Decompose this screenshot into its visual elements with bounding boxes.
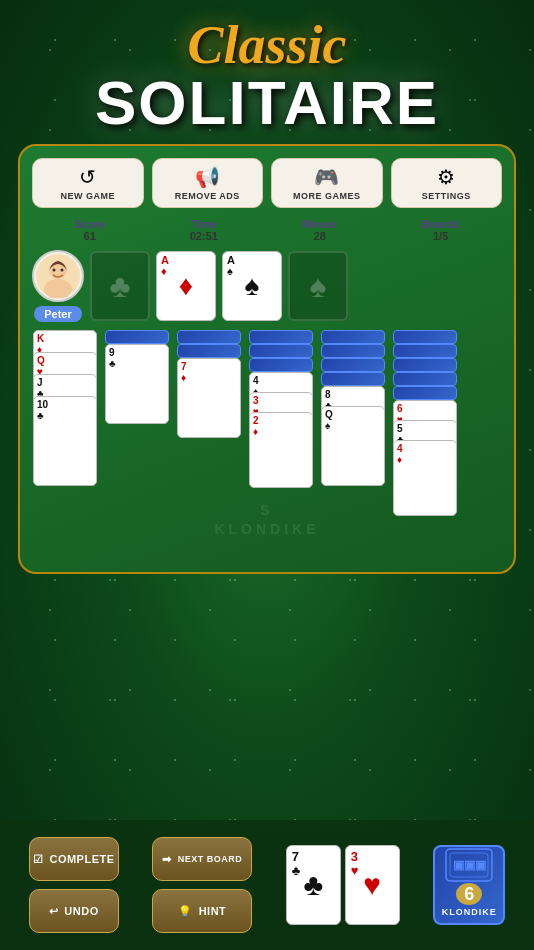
tableau-back-3b[interactable] — [177, 344, 241, 358]
hint-icon: 💡 — [178, 905, 193, 918]
remove-ads-icon: 📢 — [195, 167, 220, 187]
ace-spade-rank: A♠ — [227, 255, 235, 277]
tableau-back-6d[interactable] — [393, 372, 457, 386]
undo-label: UNDO — [64, 905, 98, 917]
settings-button[interactable]: ⚙ SETTINGS — [391, 158, 503, 208]
tableau-back-6a[interactable] — [393, 330, 457, 344]
tableau-back-6e[interactable] — [393, 386, 457, 400]
waste-card-7-club[interactable]: 7♣ ♣ — [286, 845, 341, 925]
hint-button[interactable]: 💡 HINT — [152, 889, 252, 933]
more-games-label: MORE GAMES — [293, 191, 361, 201]
tableau-card-2-diamond[interactable]: 2♦ — [249, 412, 313, 488]
tableau-card-4-diamond[interactable]: 4♦ — [393, 440, 457, 516]
tableau-back-5b[interactable] — [321, 344, 385, 358]
time-value: 02:51 — [190, 230, 218, 242]
title-solitaire: SOLITAIRE — [0, 72, 534, 134]
undo-button[interactable]: ↩ UNDO — [29, 889, 119, 933]
title-area: Classic SOLITAIRE — [0, 0, 534, 144]
tableau-area: SKLONDIKE K♦ K♦ Q♥ J♣ 10♣ 9♣ — [32, 330, 502, 560]
tableau-back-4a[interactable] — [249, 330, 313, 344]
waste-card-3-heart[interactable]: 3♥ ♥ — [345, 845, 400, 925]
new-game-label: NEW GAME — [61, 191, 116, 201]
score-value: 61 — [74, 230, 105, 242]
stat-moves: Moves 28 — [303, 218, 337, 242]
settings-label: SETTINGS — [422, 191, 471, 201]
hint-label: HINT — [199, 905, 227, 917]
remove-ads-button[interactable]: 📢 REMOVE ADS — [152, 158, 264, 208]
tableau-back-5d[interactable] — [321, 372, 385, 386]
remove-ads-label: REMOVE ADS — [175, 191, 240, 201]
foundation-cards: ♣ A♦ ♦ A♠ ♠ ♠ — [90, 251, 502, 321]
bottom-bar: ☑ COMPLETE ↩ UNDO ➡ NEXT BOARD 💡 HINT 7♣… — [0, 820, 534, 950]
stat-boards: Boards 1/5 — [422, 218, 460, 242]
time-label: Time — [190, 218, 218, 230]
ace-diamond-center: ♦ — [179, 270, 193, 302]
complete-icon: ☑ — [33, 853, 44, 866]
new-game-icon: ↺ — [79, 167, 96, 187]
tableau-card-10-club[interactable]: 10♣ — [33, 396, 97, 486]
next-board-button[interactable]: ➡ NEXT BOARD — [152, 837, 252, 881]
new-game-button[interactable]: ↺ NEW GAME — [32, 158, 144, 208]
complete-label: COMPLETE — [49, 853, 114, 865]
foundation-ace-spade[interactable]: A♠ ♠ — [222, 251, 282, 321]
avatar-wrap: Peter — [32, 250, 84, 322]
player-name: Peter — [34, 306, 82, 322]
tableau-back-6b[interactable] — [393, 344, 457, 358]
club-icon: ♣ — [110, 268, 131, 305]
tableau-back-4c[interactable] — [249, 358, 313, 372]
foundation-row: Peter ♣ A♦ ♦ A♠ ♠ ♠ — [32, 250, 502, 322]
waste-area: 7♣ ♣ 3♥ ♥ — [286, 845, 400, 925]
settings-icon: ⚙ — [437, 167, 455, 187]
svg-point-3 — [53, 269, 56, 272]
waste-7-center: ♣ — [303, 868, 323, 902]
next-board-icon: ➡ — [162, 853, 172, 866]
foundation-club[interactable]: ♣ — [90, 251, 150, 321]
stat-score: Score 61 — [74, 218, 105, 242]
tableau-back-5c[interactable] — [321, 358, 385, 372]
moves-value: 28 — [303, 230, 337, 242]
tableau-back-6c[interactable] — [393, 358, 457, 372]
tableau-card-9-club[interactable]: 9♣ — [105, 344, 169, 424]
more-games-button[interactable]: 🎮 MORE GAMES — [271, 158, 383, 208]
ace-diamond-rank: A♦ — [161, 255, 169, 277]
moves-label: Moves — [303, 218, 337, 230]
score-label: Score — [74, 218, 105, 230]
svg-text:▣▣▣: ▣▣▣ — [453, 858, 486, 872]
game-panel: ↺ NEW GAME 📢 REMOVE ADS 🎮 MORE GAMES ⚙ S… — [18, 144, 516, 574]
foundation-ace-diamond[interactable]: A♦ ♦ — [156, 251, 216, 321]
waste-7-rank: 7♣ — [292, 850, 301, 879]
title-classic: Classic — [0, 18, 534, 72]
stock-pile[interactable]: ▣▣▣ 6 KLONDIKE — [433, 845, 505, 925]
svg-point-4 — [61, 269, 64, 272]
left-buttons: ☑ COMPLETE ↩ UNDO — [29, 837, 119, 933]
tableau-back-5a[interactable] — [321, 330, 385, 344]
undo-icon: ↩ — [49, 905, 59, 918]
tableau-back-4b[interactable] — [249, 344, 313, 358]
foundation-spade[interactable]: ♠ — [288, 251, 348, 321]
boards-value: 1/5 — [422, 230, 460, 242]
avatar — [32, 250, 84, 302]
stat-time: Time 02:51 — [190, 218, 218, 242]
stats-row: Score 61 Time 02:51 Moves 28 Boards 1/5 — [32, 218, 502, 242]
watermark: SKLONDIKE — [214, 501, 319, 540]
tableau-card-7-diamond[interactable]: 7♦ — [177, 358, 241, 438]
tableau-back-2a[interactable] — [105, 330, 169, 344]
stock-label: KLONDIKE — [442, 907, 497, 917]
ace-spade-center: ♠ — [245, 270, 260, 302]
tableau-card-q-spade[interactable]: Q♠ — [321, 406, 385, 486]
complete-button[interactable]: ☑ COMPLETE — [29, 837, 119, 881]
more-games-icon: 🎮 — [314, 167, 339, 187]
boards-label: Boards — [422, 218, 460, 230]
waste-3-center: ♥ — [363, 868, 381, 902]
right-left-buttons: ➡ NEXT BOARD 💡 HINT — [152, 837, 252, 933]
next-board-label: NEXT BOARD — [178, 854, 243, 864]
spade-icon: ♠ — [310, 268, 327, 305]
stock-number: 6 — [456, 883, 482, 905]
tableau-back-3a[interactable] — [177, 330, 241, 344]
waste-3-rank: 3♥ — [351, 850, 359, 879]
toolbar: ↺ NEW GAME 📢 REMOVE ADS 🎮 MORE GAMES ⚙ S… — [32, 158, 502, 208]
